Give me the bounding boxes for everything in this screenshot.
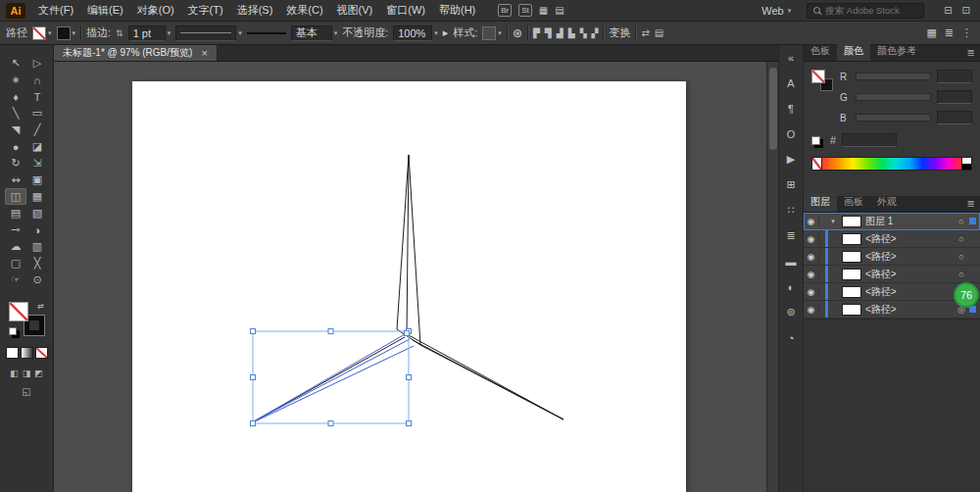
notification-badge[interactable]: 76	[954, 282, 979, 308]
opacity-dropdown[interactable]: 100%▾	[393, 25, 438, 41]
hand-tool[interactable]: ☞	[5, 271, 26, 288]
color-spectrum[interactable]	[822, 157, 961, 171]
fill-color-dropdown[interactable]: ▾	[32, 26, 52, 40]
blend-tool[interactable]: ◑	[26, 221, 48, 238]
layer-label[interactable]: <路径>	[865, 268, 955, 281]
gradient-panel-icon[interactable]: ◐	[781, 278, 801, 295]
path-row[interactable]: ◉ <路径> ◎	[804, 301, 980, 319]
perspective-grid-tool[interactable]: ▦	[26, 188, 48, 205]
tab-color[interactable]: 颜色	[837, 42, 870, 61]
paintbrush-tool[interactable]: ◥	[5, 122, 26, 138]
menu-item[interactable]: 编辑(E)	[80, 3, 130, 18]
symbol-sprayer-tool[interactable]: ☁	[5, 238, 26, 255]
stroke-stepper-icon[interactable]: ⇅	[116, 28, 123, 38]
close-icon[interactable]: ×	[201, 47, 207, 59]
appearance-panel-icon[interactable]: ◔	[781, 329, 801, 346]
align-top-icon[interactable]: ▙	[568, 28, 575, 38]
artboard-tool[interactable]: ▢	[5, 255, 26, 271]
tab-layers[interactable]: 图层	[804, 193, 837, 212]
restore-window-icon[interactable]: ⊡	[962, 5, 970, 16]
screen-mode-button[interactable]: ◱	[22, 386, 30, 397]
target-circle-icon[interactable]: ○	[955, 217, 968, 226]
channel-value-input[interactable]	[937, 90, 972, 104]
draw-behind-icon[interactable]: ◨	[23, 369, 31, 378]
rotate-tool[interactable]: ↻	[5, 155, 26, 172]
align-left-icon[interactable]: ▛	[533, 28, 540, 38]
selection-tool[interactable]: ↖	[5, 55, 26, 72]
default-swatches-icon[interactable]	[811, 136, 820, 145]
stroke-weight-dropdown[interactable]: 1 pt▾	[128, 25, 172, 41]
channel-slider[interactable]	[856, 93, 931, 101]
panel-list-icon[interactable]: ≣	[945, 26, 954, 39]
search-input[interactable]	[825, 5, 917, 16]
path-row[interactable]: ◉ <路径> ○	[804, 230, 980, 248]
export-panel-icon[interactable]: ⊞	[781, 176, 801, 193]
line-segment-tool[interactable]: ╲	[5, 105, 26, 122]
color-fill-stroke-proxy[interactable]	[811, 70, 833, 91]
target-circle-icon[interactable]: ○	[955, 252, 968, 262]
menu-item[interactable]: 文字(T)	[181, 3, 230, 18]
menu-item[interactable]: 对象(O)	[130, 3, 181, 18]
lasso-tool[interactable]: ∩	[26, 72, 48, 88]
visibility-eye-icon[interactable]: ◉	[804, 287, 819, 297]
column-graph-tool[interactable]: ▥	[26, 238, 48, 255]
panel-menu-icon[interactable]: ≣	[967, 47, 980, 61]
gradient-button[interactable]	[21, 347, 33, 359]
layer-label[interactable]: <路径>	[865, 303, 955, 317]
vertical-scrollbar[interactable]	[766, 62, 778, 492]
direct-selection-tool[interactable]: ▷	[26, 55, 48, 72]
opacity-flyout-icon[interactable]: ▸	[443, 26, 449, 39]
channel-value-input[interactable]	[937, 111, 972, 124]
menu-item[interactable]: 帮助(H)	[432, 3, 482, 18]
stock-search[interactable]	[807, 3, 924, 19]
visibility-eye-icon[interactable]: ◉	[804, 305, 819, 315]
layer-label[interactable]: 图层 1	[865, 215, 955, 228]
visibility-eye-icon[interactable]: ◉	[804, 270, 819, 279]
menu-item[interactable]: 效果(C)	[279, 3, 329, 18]
eyedropper-tool[interactable]: ⊸	[5, 221, 26, 238]
hex-input[interactable]	[842, 133, 897, 147]
color-button[interactable]	[6, 347, 19, 359]
workspace-switcher[interactable]: Web ▾	[761, 5, 791, 17]
draw-inside-icon[interactable]: ◩	[34, 369, 43, 378]
gradient-tool[interactable]: ▧	[26, 205, 48, 221]
more-options-icon[interactable]: ⋮	[961, 26, 972, 39]
fill-none-proxy-swatch[interactable]	[9, 302, 28, 321]
shape-builder-tool[interactable]: ◫	[5, 188, 26, 205]
style-dropdown[interactable]: ▾	[482, 26, 502, 40]
swap-icon[interactable]: ⇄	[641, 27, 649, 38]
magic-wand-tool[interactable]: ∗	[5, 72, 26, 88]
mesh-tool[interactable]: ▤	[5, 205, 26, 221]
visibility-eye-icon[interactable]: ◉	[804, 252, 819, 262]
canvas[interactable]	[54, 62, 778, 492]
stroke-panel-icon[interactable]: ▬	[781, 253, 801, 270]
collapse-dock-icon[interactable]: ⊟	[944, 5, 952, 16]
draw-normal-icon[interactable]: ◧	[10, 369, 19, 378]
opentype-panel-icon[interactable]: O	[781, 125, 801, 142]
align-vcenter-icon[interactable]: ▚	[580, 28, 587, 38]
channel-value-input[interactable]	[937, 70, 972, 83]
tab-swatches[interactable]: 色板	[804, 42, 837, 61]
free-transform-tool[interactable]: ▣	[26, 172, 48, 188]
transform-panel-icon[interactable]: ∷	[781, 202, 801, 219]
path-row[interactable]: ◉ <路径> ○	[804, 266, 980, 283]
layer-row[interactable]: ◉ ▾ 图层 1 ○	[804, 213, 980, 230]
character-panel-icon[interactable]: A	[781, 74, 801, 91]
zoom-tool[interactable]: ⊙	[26, 271, 48, 288]
symbols-panel-icon[interactable]: ⊚	[781, 304, 801, 320]
blob-brush-tool[interactable]: ●	[5, 138, 26, 155]
black-swatch[interactable]	[962, 164, 971, 170]
tab-appearance[interactable]: 外观	[870, 193, 904, 212]
actions-panel-icon[interactable]: ▶	[781, 151, 801, 168]
type-tool[interactable]: T	[26, 88, 48, 105]
slice-tool[interactable]: ╳	[26, 255, 48, 271]
menu-item[interactable]: 窗口(W)	[379, 3, 432, 18]
spectrum-none-swatch[interactable]	[811, 157, 822, 171]
align-bottom-icon[interactable]: ▞	[592, 28, 599, 38]
width-tool[interactable]: ↭	[5, 172, 26, 188]
bridge-icon[interactable]: Br	[498, 4, 512, 17]
pen-tool[interactable]: ♦	[5, 88, 26, 105]
visibility-eye-icon[interactable]: ◉	[804, 217, 819, 226]
layer-thumbnail[interactable]	[842, 269, 861, 280]
width-profile-dropdown[interactable]: ▾	[175, 25, 242, 41]
